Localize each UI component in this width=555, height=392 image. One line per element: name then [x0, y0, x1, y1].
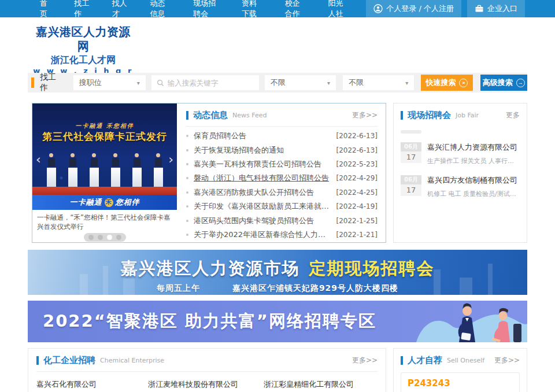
- carousel-next-arrow[interactable]: ›: [168, 153, 173, 166]
- nav-school-cooperation[interactable]: 校企合作: [274, 0, 317, 17]
- company-grid: 嘉兴石化有限公司 工艺员 设备管理 警卫（残疾工） 浙江麦堆科技股份有限公司 销…: [36, 379, 378, 392]
- job-fair-date-badge: 06月 17: [401, 175, 421, 198]
- divider: [36, 371, 378, 372]
- keyword-input-wrap: [151, 75, 259, 90]
- main-nav: 首 页 找工作 找人才 动态信息 现场招聘会 资料下载 校企合作 阳光人社: [29, 0, 360, 17]
- news-item[interactable]: 关于恢复现场招聘会的通知 [2022-6-13]: [186, 143, 378, 157]
- filter1-select[interactable]: 不限 ▾: [265, 75, 336, 90]
- main-content-row: 一卡融通 禾您相伴 第三代社会保障卡正式发行 一卡融通 禾 您相伴 ‹: [32, 103, 527, 243]
- carousel-dot-1[interactable]: [88, 235, 94, 240]
- chemical-section-subtitle: Chemical Enterprise: [100, 357, 164, 364]
- job-fair-section: 现场招聘会 Job Fair 更多 06月 17 嘉兴汇博人力资源有限公司 生产…: [393, 103, 527, 243]
- nav-downloads[interactable]: 资料下载: [231, 0, 274, 17]
- briefcase-icon: [475, 4, 484, 13]
- news-item[interactable]: 保育员招聘公告 [2022-6-13]: [186, 129, 378, 143]
- talent-section-subtitle: Sell Oneself: [447, 357, 484, 364]
- carousel-slide-image[interactable]: 一卡融通 禾您相伴 第三代社会保障卡正式发行 一卡融通 禾 您相伴 ‹: [32, 103, 177, 210]
- personal-login-button[interactable]: 个人登录 / 个人注册: [366, 0, 461, 17]
- job-fair-item[interactable]: 06月 17 嘉兴四方友信制桶有限公司 机修工 电工 质量检验员/测试员 叉车…: [401, 175, 520, 198]
- section-accent-bar: [401, 356, 403, 365]
- site-header: 嘉兴港区人力资源网 浙江化工人才网 w w w . z j h g r c . …: [0, 17, 555, 68]
- bullet-icon: [186, 234, 188, 236]
- filter2-select[interactable]: 不限 ▾: [343, 75, 414, 90]
- news-list: 保育员招聘公告 [2022-6-13] 关于恢复现场招聘会的通知 [2022-6…: [186, 129, 378, 242]
- nav-find-job[interactable]: 找工作: [63, 0, 101, 17]
- company-entry[interactable]: 浙江彩皇精细化工有限公司 普工（制造科） 营业担当: [264, 379, 378, 392]
- quick-search-button[interactable]: 快速搜索 »: [421, 75, 472, 91]
- enterprise-entry-button[interactable]: 企业入口: [467, 0, 525, 17]
- filter1-value: 不限: [271, 77, 286, 88]
- carousel-prev-arrow[interactable]: ‹: [36, 153, 41, 166]
- quick-search-icon: »: [459, 79, 468, 87]
- slide-stage-floor: [32, 187, 177, 195]
- bullet-icon: [186, 149, 188, 151]
- carousel-dot-3-active[interactable]: [107, 235, 112, 240]
- talent-id: P243243: [408, 378, 513, 389]
- search-category-value: 搜职位: [79, 77, 102, 88]
- search-mode-label: 找工作: [40, 72, 64, 93]
- news-more-link[interactable]: 更多>>: [352, 110, 378, 120]
- carousel: 一卡融通 禾您相伴 第三代社会保障卡正式发行 一卡融通 禾 您相伴 ‹: [32, 103, 177, 242]
- job-fair-more-link[interactable]: 更多: [506, 110, 520, 120]
- carousel-caption[interactable]: 一卡融通，“禾”您相伴！第三代社会保障卡嘉兴首发仪式举行: [32, 210, 177, 232]
- banner1-schedule: 每周五上午: [157, 283, 200, 293]
- news-feed-section: 动态信息 News Feed 更多>> 保育员招聘公告 [2022-6-13] …: [177, 103, 386, 242]
- chemical-section-title: 化工企业招聘: [43, 355, 95, 366]
- job-fair-item[interactable]: 06月 17 嘉兴汇博人力资源有限公司 生产操作工 报关文员 人事行政助理…: [401, 142, 520, 165]
- advanced-search-button[interactable]: 高级搜索 →: [480, 75, 527, 91]
- slide-band-right-text: 您相伴: [116, 197, 140, 208]
- nav-home[interactable]: 首 页: [29, 0, 63, 17]
- nav-find-talent[interactable]: 找人才: [101, 0, 139, 17]
- news-item[interactable]: 嘉兴美一瓦科技有限责任公司招聘公告 [2022-5-23]: [186, 157, 378, 171]
- enterprise-entry-label: 企业入口: [487, 3, 517, 14]
- filter2-value: 不限: [349, 77, 364, 88]
- banner2-people-illustration: [406, 301, 527, 342]
- slide-small-title: 一卡融通 禾您相伴: [32, 122, 177, 130]
- site-subname: 浙江化工人才网: [32, 54, 135, 66]
- search-input[interactable]: [168, 79, 258, 87]
- talent-section-title: 人才自荐: [408, 355, 442, 366]
- orange-accent-bar: [31, 77, 34, 88]
- news-item[interactable]: 嘉兴港区消防救援大队公开招聘公告 [2022-4-25]: [186, 186, 378, 199]
- bullet-icon: [186, 205, 188, 208]
- nav-sunshine-hr[interactable]: 阳光人社: [317, 0, 361, 17]
- chevron-down-icon: ▾: [137, 80, 140, 86]
- carousel-dot-2[interactable]: [98, 235, 103, 240]
- news-item-hovered[interactable]: 磐动（浙江）电气科技有限公司招聘公告 [2022-4-29]: [186, 171, 378, 185]
- news-item[interactable]: 关于印发《嘉兴港区鼓励新员工来港就业补助操作… [2022-4-19]: [186, 199, 378, 213]
- talent-self-recommend-section: 人才自荐 Sell Oneself 更多>> P243243 男｜嘉兴市→嘉兴港…: [393, 348, 527, 392]
- nav-news[interactable]: 动态信息: [139, 0, 182, 17]
- carousel-dots: [84, 233, 126, 242]
- bottom-row: 化工企业招聘 Chemical Enterprise 更多>> 嘉兴石化有限公司…: [28, 348, 527, 392]
- news-item[interactable]: 关于举办2022年港区新春综合性人力资源暨春风… [2022-1-21]: [186, 228, 378, 242]
- talent-card[interactable]: P243243 男｜嘉兴市→嘉兴港区｜八年以上: [401, 372, 520, 392]
- news-section-subtitle: News Feed: [232, 112, 267, 119]
- decorative-pill: [401, 130, 421, 134]
- arrow-right-circle-icon: →: [516, 79, 525, 87]
- job-market-banner[interactable]: 嘉兴港区人力资源市场定期现场招聘会 每周五上午嘉兴港区乍浦镇天妃路929号人防大…: [28, 250, 527, 295]
- nav-job-fair[interactable]: 现场招聘会: [182, 0, 231, 17]
- section-accent-bar: [186, 111, 188, 120]
- chemical-enterprise-section: 化工企业招聘 Chemical Enterprise 更多>> 嘉兴石化有限公司…: [28, 348, 386, 392]
- carousel-dot-4[interactable]: [116, 235, 121, 240]
- topbar-actions: 个人登录 / 个人注册 企业入口: [360, 0, 525, 17]
- search-icon: [157, 79, 164, 87]
- talent-more-link[interactable]: 更多>>: [494, 356, 520, 365]
- job-fair-title: 现场招聘会: [408, 110, 451, 121]
- job-fair-company: 嘉兴四方友信制桶有限公司: [427, 175, 520, 186]
- news-item[interactable]: 港区码头范围内集卡驾驶员招聘公告 [2022-1-25]: [186, 213, 378, 227]
- bullet-icon: [186, 191, 188, 194]
- search-category-select[interactable]: 搜职位 ▾: [73, 75, 146, 90]
- section-accent-bar: [401, 111, 403, 120]
- slide-band-left-text: 一卡融通: [70, 197, 102, 208]
- online-recruitment-banner[interactable]: 2022“智聚港区 助力共富”网络招聘专区: [28, 301, 527, 342]
- chemical-more-link[interactable]: 更多>>: [352, 356, 378, 365]
- company-entry[interactable]: 嘉兴石化有限公司 工艺员 设备管理 警卫（残疾工）: [36, 379, 148, 392]
- section-accent-bar: [36, 356, 39, 365]
- top-navigation-bar: 首 页 找工作 找人才 动态信息 现场招聘会 资料下载 校企合作 阳光人社 个人…: [0, 0, 555, 17]
- banner1-title-white: 嘉兴港区人力资源市场: [121, 258, 300, 278]
- site-name: 嘉兴港区人力资源网: [32, 25, 135, 54]
- bullet-icon: [186, 220, 188, 222]
- carousel-news-panel: 一卡融通 禾您相伴 第三代社会保障卡正式发行 一卡融通 禾 您相伴 ‹: [32, 103, 386, 243]
- company-entry[interactable]: 浙江麦堆科技股份有限公司 销售专员 会计 土建主管: [148, 379, 264, 392]
